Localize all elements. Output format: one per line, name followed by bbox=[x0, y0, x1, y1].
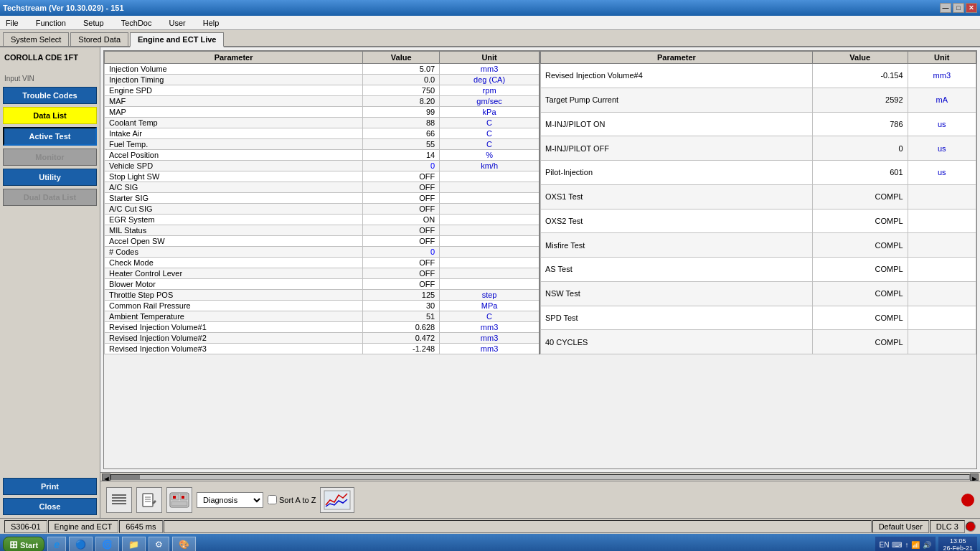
left-unit-cell bbox=[440, 215, 540, 225]
menu-user[interactable]: User bbox=[166, 18, 188, 28]
edit-icon[interactable] bbox=[136, 487, 162, 513]
left-value-header: Value bbox=[363, 52, 440, 64]
scroll-thumb[interactable] bbox=[111, 475, 140, 479]
right-param-cell: Misfire Test bbox=[541, 233, 813, 258]
scroll-track[interactable] bbox=[110, 474, 970, 480]
left-unit-cell: C bbox=[440, 128, 540, 139]
bottom-toolbar: Diagnosis Data Monitor Active Test Sort … bbox=[100, 481, 980, 518]
active-test-button[interactable]: Active Test bbox=[3, 127, 97, 146]
right-value-header: Value bbox=[812, 52, 908, 64]
data-area: Parameter Value Unit Injection Volume 5.… bbox=[100, 47, 980, 518]
close-button[interactable]: ✕ bbox=[966, 3, 977, 13]
left-value-cell: 750 bbox=[363, 85, 440, 96]
menu-function[interactable]: Function bbox=[33, 18, 69, 28]
right-table-row: 40 CYCLES COMPL bbox=[541, 330, 976, 354]
left-param-cell: Revised Injection Volume#2 bbox=[105, 333, 363, 344]
start-button[interactable]: ⊞ Start bbox=[3, 537, 44, 551]
dual-data-list-button[interactable]: Dual Data List bbox=[3, 189, 97, 206]
tab-engine-ect-live[interactable]: Engine and ECT Live bbox=[130, 32, 224, 47]
left-value-cell: -1.248 bbox=[363, 344, 440, 354]
status-user: Default User bbox=[872, 520, 929, 533]
taskbar-ie[interactable]: e bbox=[47, 537, 66, 551]
monitor-button[interactable]: Monitor bbox=[3, 149, 97, 166]
status-system: Engine and ECT bbox=[48, 520, 119, 533]
lang-indicator: EN bbox=[880, 541, 890, 549]
data-list-button[interactable]: Data List bbox=[3, 107, 97, 124]
tab-system-select[interactable]: System Select bbox=[3, 32, 69, 46]
right-value-cell: COMPL bbox=[812, 184, 908, 209]
left-unit-cell: % bbox=[440, 150, 540, 161]
sort-label[interactable]: Sort A to Z bbox=[268, 495, 316, 504]
close-sidebar-button[interactable]: Close bbox=[3, 498, 97, 515]
left-param-cell: Vehicle SPD bbox=[105, 161, 363, 171]
tab-bar: System Select Stored Data Engine and ECT… bbox=[0, 30, 980, 47]
taskbar-explorer[interactable]: 📁 bbox=[122, 537, 146, 551]
print-button[interactable]: Print bbox=[3, 478, 97, 495]
left-table-row: Blower Motor OFF bbox=[105, 279, 540, 290]
left-table-row: MAP 99 kPa bbox=[105, 107, 540, 118]
taskbar-misc[interactable]: 🎨 bbox=[172, 537, 196, 551]
right-table-row: SPD Test COMPL bbox=[541, 306, 976, 330]
list-icon[interactable] bbox=[106, 487, 132, 513]
graph-icon[interactable] bbox=[320, 487, 354, 513]
left-table-row: Heater Control Lever OFF bbox=[105, 268, 540, 279]
left-unit-cell bbox=[440, 236, 540, 247]
left-value-cell: 30 bbox=[363, 301, 440, 311]
left-param-header: Parameter bbox=[105, 52, 363, 64]
left-value-cell: 0 bbox=[363, 161, 440, 171]
left-table-row: Revised Injection Volume#2 0.472 mm3 bbox=[105, 333, 540, 344]
sys-tray: EN ⌨ ↑ 📶 🔊 bbox=[875, 537, 936, 551]
left-param-cell: Stop Light SW bbox=[105, 171, 363, 182]
taskbar: ⊞ Start e 🔵 🌀 📁 ⚙ 🎨 EN ⌨ ↑ 📶 🔊 13:05 26-… bbox=[0, 534, 980, 551]
trouble-codes-button[interactable]: Trouble Codes bbox=[3, 87, 97, 104]
left-value-cell: 88 bbox=[363, 118, 440, 128]
utility-button[interactable]: Utility bbox=[3, 169, 97, 186]
scroll-right-btn[interactable]: ► bbox=[970, 474, 979, 481]
left-unit-cell bbox=[440, 247, 540, 258]
left-table-row: MIL Status OFF bbox=[105, 225, 540, 236]
left-value-cell: ON bbox=[363, 215, 440, 225]
menu-help[interactable]: Help bbox=[200, 18, 222, 28]
horizontal-scrollbar[interactable]: ◄ ► bbox=[100, 472, 980, 481]
right-param-cell: AS Test bbox=[541, 258, 813, 282]
left-param-cell: Ambient Temperature bbox=[105, 311, 363, 322]
left-table-row: # Codes 0 bbox=[105, 247, 540, 258]
right-param-cell: OXS1 Test bbox=[541, 184, 813, 209]
right-unit-cell: us bbox=[908, 112, 976, 136]
left-value-cell: OFF bbox=[363, 279, 440, 290]
left-unit-cell: km/h bbox=[440, 161, 540, 171]
menu-file[interactable]: File bbox=[3, 18, 22, 28]
left-unit-cell: mm3 bbox=[440, 64, 540, 75]
tab-stored-data[interactable]: Stored Data bbox=[70, 32, 128, 46]
status-port: DLC 3 bbox=[930, 520, 965, 533]
clock-display: 13:05 26-Feb-21 bbox=[938, 537, 977, 551]
diagnosis-dropdown[interactable]: Diagnosis Data Monitor Active Test bbox=[197, 492, 263, 508]
right-value-cell: COMPL bbox=[812, 209, 908, 233]
scroll-left-btn[interactable]: ◄ bbox=[102, 474, 110, 481]
left-value-cell: 125 bbox=[363, 290, 440, 301]
left-unit-cell: mm3 bbox=[440, 322, 540, 333]
snapshot-icon[interactable] bbox=[166, 487, 192, 513]
left-unit-cell bbox=[440, 182, 540, 193]
right-table-row: M-INJ/PILOT ON 786 us bbox=[541, 112, 976, 136]
right-unit-cell: us bbox=[908, 136, 976, 161]
taskbar-techstream[interactable]: ⚙ bbox=[149, 537, 169, 551]
left-param-cell: Fuel Temp. bbox=[105, 139, 363, 150]
maximize-button[interactable]: □ bbox=[953, 3, 964, 13]
taskbar-chrome[interactable]: 🔵 bbox=[69, 537, 93, 551]
right-table-row: Misfire Test COMPL bbox=[541, 233, 976, 258]
left-param-cell: A/C SIG bbox=[105, 182, 363, 193]
right-table-row: M-INJ/PILOT OFF 0 us bbox=[541, 136, 976, 161]
right-table-row: OXS2 Test COMPL bbox=[541, 209, 976, 233]
menu-techdoc[interactable]: TechDoc bbox=[118, 18, 155, 28]
data-table-container[interactable]: Parameter Value Unit Injection Volume 5.… bbox=[103, 50, 977, 469]
right-value-cell: COMPL bbox=[812, 330, 908, 354]
left-param-cell: Accel Position bbox=[105, 150, 363, 161]
left-value-cell: OFF bbox=[363, 193, 440, 204]
date-text: 26-Feb-21 bbox=[943, 545, 973, 551]
menu-setup[interactable]: Setup bbox=[80, 18, 107, 28]
minimize-button[interactable]: — bbox=[940, 3, 951, 13]
taskbar-edge[interactable]: 🌀 bbox=[95, 537, 119, 551]
sort-checkbox[interactable] bbox=[268, 495, 277, 504]
status-time: 6645 ms bbox=[119, 520, 162, 533]
